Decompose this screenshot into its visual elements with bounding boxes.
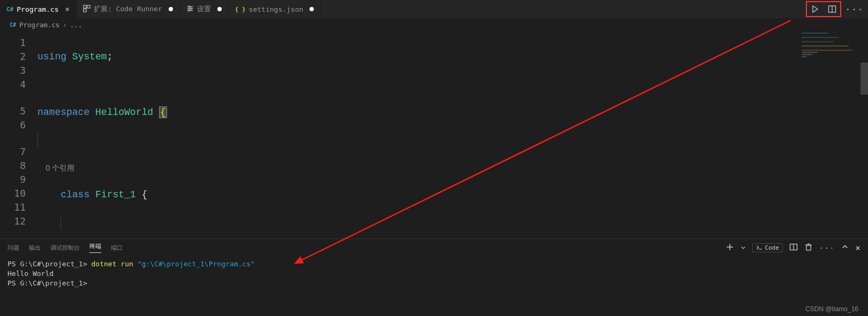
- tab-bar: C# Program.cs × 扩展: Code Runner 设置 { } s…: [0, 0, 868, 19]
- editor-area[interactable]: 1 2 3 4 5 6 7 8 9 10 11 12 using System;…: [0, 30, 868, 238]
- svg-rect-2: [84, 9, 86, 11]
- breadcrumb-rest: ...: [70, 21, 82, 29]
- close-panel-button[interactable]: ×: [855, 243, 861, 253]
- code-content[interactable]: using System; namespace HelloWorld { 0 个…: [37, 30, 868, 238]
- breadcrumb[interactable]: C# Program.cs › ...: [0, 19, 868, 30]
- chevron-down-icon[interactable]: [741, 244, 746, 252]
- new-terminal-button[interactable]: [726, 243, 734, 253]
- tab-label: 扩展: Code Runner: [94, 4, 162, 14]
- dirty-dot-icon: [169, 7, 173, 11]
- trash-icon[interactable]: [804, 243, 813, 253]
- close-icon[interactable]: ×: [65, 5, 70, 13]
- more-icon[interactable]: ···: [819, 244, 835, 252]
- svg-rect-17: [806, 245, 811, 250]
- terminal-profile-button[interactable]: Code: [752, 243, 783, 252]
- run-highlight-box: [806, 1, 841, 17]
- tab-coderunner[interactable]: 扩展: Code Runner: [77, 0, 180, 19]
- csharp-icon: C#: [6, 6, 13, 13]
- chevron-right-icon: ›: [63, 21, 67, 29]
- split-editor-button[interactable]: [826, 3, 838, 15]
- scrollbar[interactable]: [861, 30, 868, 238]
- tab-program[interactable]: C# Program.cs ×: [0, 0, 77, 19]
- tab-settings[interactable]: 设置: [180, 0, 229, 19]
- terminal-content[interactable]: PS G:\C#\project_1> dotnet run "g:\C#\pr…: [0, 256, 868, 316]
- breadcrumb-file: Program.cs: [19, 21, 59, 29]
- scrollbar-thumb[interactable]: [861, 63, 868, 95]
- svg-rect-1: [87, 5, 90, 7]
- dirty-dot-icon: [217, 7, 222, 11]
- svg-marker-9: [813, 6, 818, 12]
- panel-tab-output[interactable]: 输出: [29, 244, 41, 252]
- svg-point-8: [188, 10, 190, 11]
- panel: 问题 输出 调试控制台 终端 端口 Code: [0, 238, 868, 316]
- csharp-icon: C#: [10, 22, 16, 28]
- line-gutter: 1 2 3 4 5 6 7 8 9 10 11 12: [0, 30, 37, 238]
- tab-label: settings.json: [249, 5, 304, 13]
- panel-tab-problems[interactable]: 问题: [7, 244, 19, 252]
- panel-tab-debug[interactable]: 调试控制台: [50, 244, 80, 252]
- codelens-class[interactable]: 0 个引用: [46, 164, 75, 172]
- tab-label: 设置: [197, 4, 211, 14]
- watermark: CSDN @tiamo_16: [805, 305, 858, 313]
- tab-settingsjson[interactable]: { } settings.json: [229, 0, 321, 19]
- panel-tabs: 问题 输出 调试控制台 终端 端口 Code: [0, 239, 868, 256]
- maximize-panel-button[interactable]: [841, 243, 849, 252]
- extension-icon: [83, 5, 90, 14]
- svg-rect-0: [84, 5, 86, 7]
- split-terminal-button[interactable]: [789, 243, 798, 253]
- tab-label: Program.cs: [17, 5, 58, 13]
- editor-actions: ···: [798, 1, 868, 17]
- minimap[interactable]: [802, 32, 861, 64]
- panel-tab-ports[interactable]: 端口: [111, 244, 123, 252]
- svg-point-6: [190, 7, 192, 9]
- json-icon: { }: [235, 6, 246, 13]
- run-button[interactable]: [809, 3, 821, 15]
- svg-point-4: [188, 6, 190, 7]
- more-actions-button[interactable]: ···: [849, 3, 861, 15]
- settings-icon: [186, 5, 194, 14]
- dirty-dot-icon: [310, 7, 314, 11]
- panel-tab-terminal[interactable]: 终端: [89, 242, 101, 253]
